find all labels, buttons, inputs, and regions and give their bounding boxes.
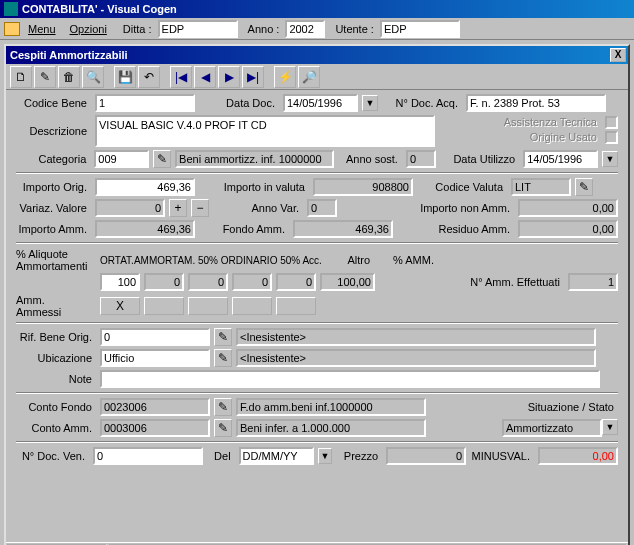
ndoc-acq-input[interactable] <box>466 94 606 112</box>
minus-icon[interactable]: − <box>191 199 209 217</box>
anno-sost-input[interactable] <box>406 150 436 168</box>
rif-bene-lookup-icon[interactable]: ✎ <box>214 328 232 346</box>
amm-ammessi-x-button[interactable]: X <box>100 297 140 315</box>
fondo-amm-label: Fondo Amm. <box>199 223 289 235</box>
aliq-5-input[interactable] <box>276 273 316 291</box>
del-label: Del <box>207 450 235 462</box>
aliq-2-input[interactable] <box>144 273 184 291</box>
child-window: Cespiti Ammortizzabili X 🗋 ✎ 🗑 🔍 💾 ↶ |◀ … <box>4 44 630 545</box>
categoria-lookup-icon[interactable]: ✎ <box>153 150 171 168</box>
conto-amm-input[interactable] <box>100 419 210 437</box>
amm-ammessi-btn5[interactable] <box>276 297 316 315</box>
namm-eff-label: N° Amm. Effettuati <box>444 276 564 288</box>
ndoc-ven-input[interactable] <box>93 447 203 465</box>
new-icon[interactable]: 🗋 <box>10 66 32 88</box>
codice-bene-label: Codice Bene <box>16 97 91 109</box>
ditta-input[interactable] <box>158 20 238 38</box>
descrizione-input[interactable]: VISUAL BASIC V.4.0 PROF IT CD <box>95 115 435 147</box>
del-input[interactable] <box>239 447 314 465</box>
fondo-amm-input[interactable] <box>293 220 393 238</box>
data-utilizzo-dropdown-icon[interactable]: ▼ <box>602 151 618 167</box>
edit-icon[interactable]: ✎ <box>34 66 56 88</box>
importo-valuta-input[interactable] <box>313 178 413 196</box>
utente-input[interactable] <box>380 20 460 38</box>
del-dropdown-icon[interactable]: ▼ <box>318 448 333 464</box>
ubicazione-input[interactable] <box>100 349 210 367</box>
codice-valuta-input[interactable] <box>511 178 571 196</box>
importo-orig-label: Importo Orig. <box>16 181 91 193</box>
ass-tecnica-label: Assistenza Tecnica <box>504 116 601 128</box>
zoom-icon[interactable]: 🔎 <box>298 66 320 88</box>
first-icon[interactable]: |◀ <box>170 66 192 88</box>
anno-sost-label: Anno sost. <box>338 153 402 165</box>
amm-ammessi-btn2[interactable] <box>144 297 184 315</box>
filter-icon[interactable]: ⚡ <box>274 66 296 88</box>
ndoc-acq-label: N° Doc. Acq. <box>382 97 462 109</box>
categoria-input[interactable] <box>94 150 149 168</box>
next-icon[interactable]: ▶ <box>218 66 240 88</box>
aliq-6-input[interactable] <box>320 273 375 291</box>
residuo-amm-input[interactable] <box>518 220 618 238</box>
minusval-label: MINUSVAL. <box>470 450 534 462</box>
anno-var-input[interactable] <box>307 199 337 217</box>
amm-ammessi-btn4[interactable] <box>232 297 272 315</box>
folder-icon[interactable] <box>4 22 20 36</box>
origine-usato-checkbox[interactable] <box>605 131 618 144</box>
undo-icon[interactable]: ↶ <box>138 66 160 88</box>
data-doc-input[interactable] <box>283 94 358 112</box>
categoria-desc: Beni ammortizz. inf. 1000000 <box>175 150 333 168</box>
menu-opzioni[interactable]: Opzioni <box>64 21 113 37</box>
conto-fondo-input[interactable] <box>100 398 210 416</box>
aliq-3-input[interactable] <box>188 273 228 291</box>
close-icon[interactable]: X <box>610 48 626 62</box>
rif-bene-input[interactable] <box>100 328 210 346</box>
descrizione-label: Descrizione <box>16 125 91 137</box>
anno-var-label: Anno Var. <box>213 202 303 214</box>
separator <box>16 172 618 174</box>
minusval-input[interactable] <box>538 447 618 465</box>
amm-ammessi-btn3[interactable] <box>188 297 228 315</box>
toolbar: 🗋 ✎ 🗑 🔍 💾 ↶ |◀ ◀ ▶ ▶| ⚡ 🔎 <box>6 64 628 90</box>
conto-fondo-lookup-icon[interactable]: ✎ <box>214 398 232 416</box>
conto-fondo-label: Conto Fondo <box>16 401 96 413</box>
rif-bene-label: Rif. Bene Orig. <box>16 331 96 343</box>
delete-icon[interactable]: 🗑 <box>58 66 80 88</box>
aliq-1-input[interactable] <box>100 273 140 291</box>
plus-icon[interactable]: + <box>169 199 187 217</box>
codice-bene-input[interactable] <box>95 94 195 112</box>
find-icon[interactable]: 🔍 <box>82 66 104 88</box>
utente-label: Utente : <box>327 23 378 35</box>
origine-usato-label: Origine Usato <box>530 131 601 143</box>
rif-bene-desc: <Inesistente> <box>236 328 596 346</box>
sit-stato-input[interactable] <box>502 419 602 437</box>
data-utilizzo-input[interactable] <box>523 150 598 168</box>
aliquote-label: % Aliquote Ammortamenti <box>16 248 96 272</box>
conto-amm-lookup-icon[interactable]: ✎ <box>214 419 232 437</box>
namm-eff-input[interactable] <box>568 273 618 291</box>
importo-orig-input[interactable] <box>95 178 195 196</box>
aliquote-header: ORTAT.AMMORTAM. 50% ORDINARIO 50% Acc. <box>100 255 330 266</box>
menu-menu[interactable]: Menu <box>22 21 62 37</box>
prezzo-input[interactable] <box>386 447 466 465</box>
sit-stato-dropdown-icon[interactable]: ▼ <box>602 419 618 435</box>
ass-tecnica-checkbox[interactable] <box>605 116 618 129</box>
codice-valuta-lookup-icon[interactable]: ✎ <box>575 178 593 196</box>
save-icon[interactable]: 💾 <box>114 66 136 88</box>
ubicazione-label: Ubicazione <box>16 352 96 364</box>
data-doc-dropdown-icon[interactable]: ▼ <box>362 95 378 111</box>
altro-label: Altro <box>334 254 374 266</box>
importo-non-amm-input[interactable] <box>518 199 618 217</box>
aliq-4-input[interactable] <box>232 273 272 291</box>
variaz-valore-input[interactable] <box>95 199 165 217</box>
anno-input[interactable] <box>285 20 325 38</box>
last-icon[interactable]: ▶| <box>242 66 264 88</box>
app-icon <box>4 2 18 16</box>
importo-valuta-label: Importo in valuta <box>199 181 309 193</box>
categoria-label: Categoria <box>16 153 90 165</box>
codice-valuta-label: Codice Valuta <box>417 181 507 193</box>
importo-amm-input[interactable] <box>95 220 195 238</box>
conto-amm-label: Conto Amm. <box>16 422 96 434</box>
ubicazione-lookup-icon[interactable]: ✎ <box>214 349 232 367</box>
note-input[interactable] <box>100 370 600 388</box>
prev-icon[interactable]: ◀ <box>194 66 216 88</box>
